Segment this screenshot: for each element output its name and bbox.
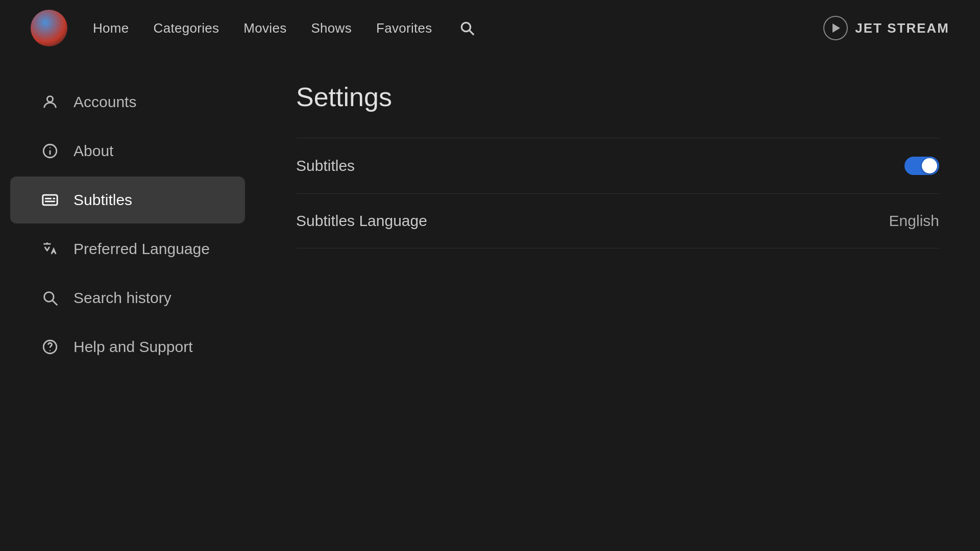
- subtitles-icon: [41, 191, 59, 209]
- avatar[interactable]: [31, 10, 67, 46]
- info-icon: [41, 142, 59, 160]
- sidebar-label-search-history: Search history: [74, 289, 172, 307]
- translate-icon: [41, 240, 59, 258]
- nav-categories[interactable]: Categories: [154, 20, 219, 36]
- sidebar-label-about: About: [74, 142, 113, 160]
- search-icon: [459, 20, 475, 36]
- sidebar-label-accounts: Accounts: [74, 93, 136, 111]
- settings-row-subtitles: Subtitles: [296, 138, 939, 194]
- brand-logo: JET STREAM: [823, 16, 949, 40]
- svg-line-1: [469, 31, 474, 35]
- sidebar-item-subtitles[interactable]: Subtitles: [10, 177, 245, 223]
- sidebar-label-subtitles: Subtitles: [74, 191, 132, 209]
- svg-line-11: [53, 300, 57, 305]
- search-button[interactable]: [457, 18, 477, 38]
- sidebar: Accounts About Subtitles: [0, 56, 255, 551]
- svg-point-13: [50, 350, 51, 351]
- main-layout: Accounts About Subtitles: [0, 56, 980, 551]
- sidebar-item-search-history[interactable]: Search history: [10, 274, 245, 321]
- header: Home Categories Movies Shows Favorites J…: [0, 0, 980, 56]
- sidebar-item-about[interactable]: About: [10, 128, 245, 174]
- play-triangle: [832, 23, 840, 33]
- person-icon: [41, 93, 59, 111]
- svg-point-2: [47, 96, 53, 102]
- svg-point-5: [50, 147, 51, 148]
- svg-point-0: [461, 22, 470, 31]
- sidebar-item-help-support[interactable]: Help and Support: [10, 323, 245, 370]
- svg-rect-6: [43, 195, 57, 205]
- search-history-icon: [41, 289, 59, 307]
- brand-play-icon: [823, 16, 848, 40]
- nav-movies[interactable]: Movies: [243, 20, 286, 36]
- help-icon: [41, 338, 59, 356]
- subtitles-toggle[interactable]: [904, 157, 939, 175]
- settings-content: Settings Subtitles Subtitles Language En…: [255, 56, 980, 551]
- nav: Home Categories Movies Shows Favorites: [93, 18, 823, 38]
- settings-title: Settings: [296, 82, 939, 112]
- sidebar-label-preferred-language: Preferred Language: [74, 240, 210, 258]
- nav-favorites[interactable]: Favorites: [376, 20, 432, 36]
- subtitles-language-label: Subtitles Language: [296, 212, 427, 230]
- svg-point-10: [44, 292, 54, 302]
- sidebar-label-help-support: Help and Support: [74, 338, 193, 356]
- nav-home[interactable]: Home: [93, 20, 129, 36]
- sidebar-item-preferred-language[interactable]: Preferred Language: [10, 226, 245, 272]
- brand-name: JET STREAM: [855, 20, 949, 36]
- nav-shows[interactable]: Shows: [311, 20, 352, 36]
- sidebar-item-accounts[interactable]: Accounts: [10, 79, 245, 126]
- toggle-knob: [922, 158, 937, 173]
- subtitles-label: Subtitles: [296, 157, 355, 174]
- settings-row-subtitles-language[interactable]: Subtitles Language English: [296, 194, 939, 248]
- subtitles-language-value: English: [889, 212, 939, 230]
